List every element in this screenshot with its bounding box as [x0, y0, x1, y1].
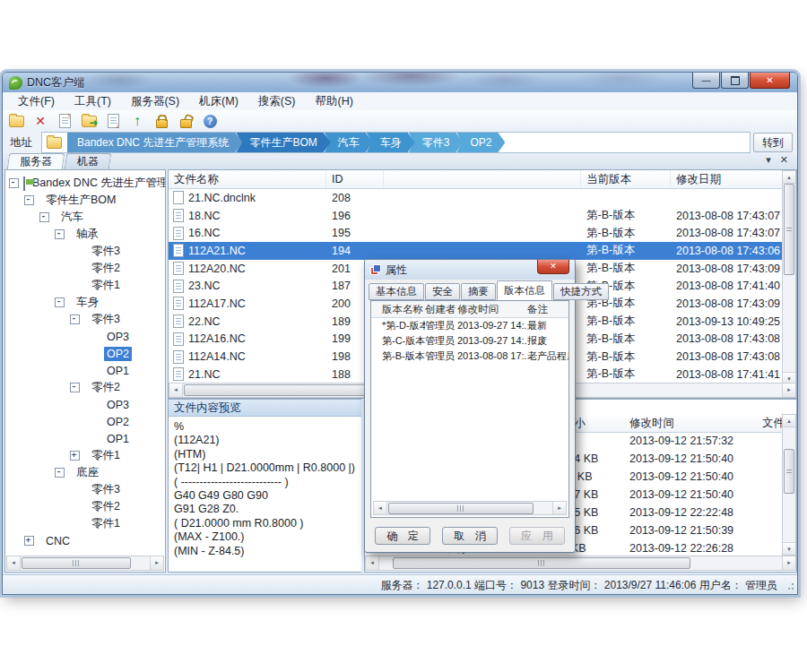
breadcrumb-segment[interactable]: 零件3 [409, 133, 464, 152]
scroll-right-icon[interactable]: ▸ [552, 502, 566, 514]
breadcrumb-segment[interactable]: 车身 [367, 133, 415, 152]
tree-item[interactable]: 轴承 [5, 226, 165, 243]
tree-expander-icon[interactable] [70, 314, 80, 324]
tree-item[interactable]: OP2 [5, 345, 165, 362]
scroll-left-icon[interactable]: ◂ [169, 383, 183, 397]
tree-item[interactable]: 零件2 [5, 260, 165, 277]
import-folder-icon[interactable]: ➜ [81, 113, 97, 129]
column-version-name[interactable]: 版本名称 [382, 301, 425, 317]
tree-item[interactable]: 车身 [5, 294, 165, 311]
breadcrumb-segment[interactable]: 零件生产BOM [236, 133, 330, 152]
tree-expander-icon[interactable] [70, 383, 80, 392]
column-modified-date[interactable]: 修改日期 [671, 170, 796, 188]
scroll-up-icon[interactable]: ▴ [783, 171, 795, 184]
file-row[interactable]: 16.NC 195 第-B-版本 2013-08-08 17:43:07 [169, 224, 796, 242]
scroll-up-icon[interactable]: ▴ [783, 415, 795, 427]
file-list-vertical-scrollbar[interactable]: ▴ ▾ [782, 170, 796, 385]
unlock-icon[interactable] [178, 113, 194, 129]
tree-expander-icon[interactable] [9, 178, 19, 188]
close-pane-icon[interactable]: ✕ [780, 154, 788, 166]
address-field[interactable]: Bandex DNC 先进生产管理系统零件生产BOM汽车车身零件3OP2 [41, 132, 751, 153]
column-id[interactable]: ID [326, 170, 384, 188]
breadcrumb-segment[interactable]: OP2 [456, 133, 505, 152]
file-row[interactable]: 18.NC 196 第-B-版本 2013-08-08 17:43:07 [169, 207, 796, 225]
attachment-vertical-scrollbar[interactable]: ▴ ▾ [782, 414, 796, 556]
tree-item[interactable]: OP3 [5, 328, 165, 345]
tree-item[interactable]: OP1 [5, 430, 165, 447]
tree-horizontal-scrollbar[interactable]: ◂ ▸ [6, 556, 164, 571]
version-row[interactable]: *第-D-版本 管理员 2013-09-27 14:... 最新 [371, 318, 568, 333]
dialog-tab[interactable]: 安全 [425, 283, 460, 300]
dialog-tab[interactable]: 摘要 [461, 283, 496, 300]
tree-expander-icon[interactable] [24, 536, 34, 546]
tree-item[interactable]: 底座 [5, 464, 165, 481]
column-modify-time[interactable]: 修改时间 [457, 301, 527, 317]
scroll-right-icon[interactable]: ▸ [782, 383, 795, 397]
file-row[interactable]: 112A21.NC 194 第-B-版本 2013-08-08 17:43:06 [169, 242, 796, 260]
scroll-thumb[interactable] [784, 449, 794, 494]
tree-expander-icon[interactable] [55, 229, 65, 239]
column-creator[interactable]: 创建者 [425, 301, 457, 317]
collapse-pane-icon[interactable]: ▾ [766, 154, 771, 166]
column-note[interactable]: 备注 [527, 301, 568, 317]
scroll-right-icon[interactable]: ▸ [150, 556, 163, 570]
tree-item[interactable]: OP2 [5, 413, 165, 430]
new-folder-icon[interactable] [8, 113, 24, 129]
cancel-button[interactable]: 取 消 [442, 527, 498, 545]
tree-item[interactable]: 零件1 [5, 447, 165, 464]
tree-item[interactable]: 汽车 [5, 209, 165, 226]
menu-item[interactable]: 工具(T) [65, 93, 121, 110]
tree-item[interactable]: CNC [5, 532, 165, 549]
help-icon[interactable]: ? [202, 113, 218, 129]
tree-expander-icon[interactable] [39, 212, 49, 222]
scroll-down-icon[interactable]: ▾ [783, 542, 795, 555]
column-current-version[interactable]: 当前版本 [581, 170, 671, 188]
scroll-thumb[interactable] [388, 503, 534, 514]
breadcrumb-segment[interactable]: 汽车 [325, 133, 373, 152]
version-row[interactable]: 第-C-版本 管理员 2013-09-27 14:... 报废 [371, 333, 568, 349]
tree-item[interactable]: 零件3 [5, 481, 165, 498]
scroll-left-icon[interactable]: ◂ [374, 502, 387, 514]
tree-item[interactable]: OP3 [5, 396, 165, 413]
dialog-tab[interactable]: 版本信息 [497, 280, 552, 300]
tree-item[interactable]: 零件1 [5, 515, 165, 532]
scroll-thumb[interactable] [22, 557, 131, 569]
tree-expander-icon[interactable] [70, 451, 80, 461]
scroll-left-icon[interactable]: ◂ [366, 556, 379, 570]
file-row[interactable]: 21.NC.dnclnk 208 [169, 189, 796, 207]
tree-item[interactable]: OP1 [5, 362, 165, 379]
delete-icon[interactable]: ✕ [32, 113, 48, 129]
dialog-close-button[interactable]: ✕ [537, 260, 569, 274]
scroll-left-icon[interactable]: ◂ [7, 556, 21, 570]
column-time[interactable]: 修改时间 [629, 414, 762, 432]
tree-expander-icon[interactable] [24, 195, 34, 205]
resize-grip[interactable] [785, 582, 794, 591]
download-file-icon[interactable]: ↓ [105, 113, 121, 129]
dialog-tab[interactable]: 快捷方式 [553, 283, 609, 300]
scroll-thumb[interactable] [393, 557, 690, 569]
maximize-button[interactable] [721, 73, 749, 89]
close-button[interactable]: ✕ [750, 73, 790, 89]
dialog-tab[interactable]: 基本信息 [369, 283, 424, 300]
scroll-right-icon[interactable]: ▸ [782, 556, 795, 570]
lock-icon[interactable] [153, 113, 169, 129]
column-file-name[interactable]: 文件名称 [169, 170, 326, 188]
minimize-button[interactable]: — [692, 73, 720, 89]
upload-file-icon[interactable]: ↑ [56, 113, 73, 129]
menu-item[interactable]: 机床(M) [189, 93, 248, 110]
breadcrumb-segment[interactable]: Bandex DNC 先进生产管理系统 [67, 133, 242, 152]
scroll-thumb[interactable] [784, 184, 794, 275]
column-file[interactable]: 文件(&l [762, 414, 784, 432]
tree-expander-icon[interactable] [55, 297, 65, 307]
menu-item[interactable]: 文件(F) [8, 93, 65, 110]
panel-tab[interactable]: 机器 [65, 153, 112, 169]
dialog-horizontal-scrollbar[interactable]: ◂ ▸ [373, 501, 567, 515]
menu-item[interactable]: 帮助(H) [306, 93, 363, 110]
send-up-icon[interactable]: ↑ [129, 113, 145, 129]
tree-item[interactable]: Bandex DNC 先进生产管理系统 [5, 175, 165, 192]
tree-expander-icon[interactable] [55, 468, 65, 478]
attachment-horizontal-scrollbar[interactable]: ◂ ▸ [365, 556, 796, 571]
tree-item[interactable]: 零件3 [5, 311, 165, 328]
tree-item[interactable]: 零件1 [5, 277, 165, 294]
go-button[interactable]: 转到 [753, 133, 793, 152]
